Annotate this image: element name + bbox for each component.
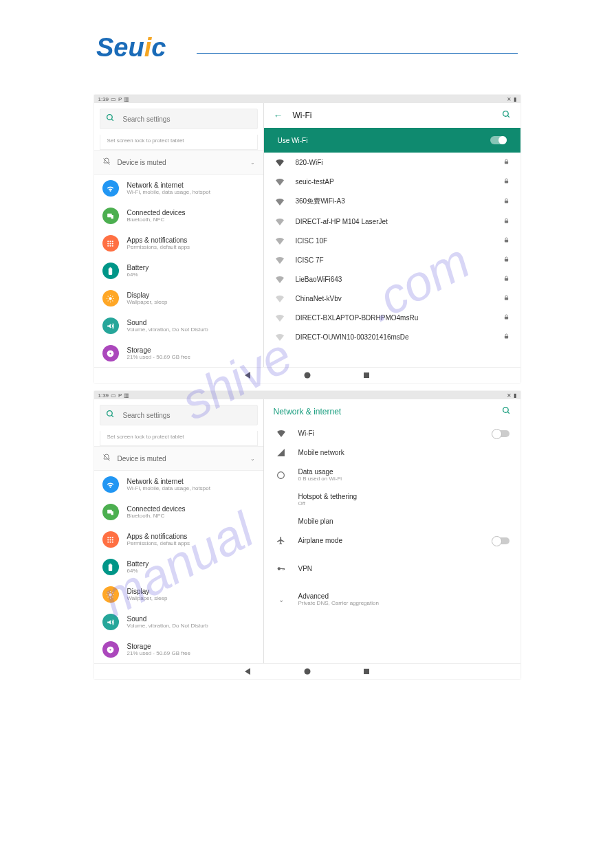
network-row-expand[interactable]: ⌄AdvancedPrivate DNS, Carrier aggregatio… bbox=[264, 587, 520, 612]
settings-list: Network & internetWi-Fi, mobile, data us… bbox=[94, 175, 263, 367]
search-input[interactable] bbox=[122, 411, 252, 420]
search-icon bbox=[106, 410, 115, 421]
lock-icon bbox=[503, 158, 509, 166]
wifi-network-row[interactable]: LieBaoWiFi643 bbox=[264, 269, 520, 289]
setting-item-battery[interactable]: Battery64% bbox=[94, 257, 263, 285]
search-box[interactable] bbox=[100, 405, 258, 425]
security-hint[interactable]: Set screen lock to protect tablet bbox=[100, 431, 258, 446]
muted-banner[interactable]: Device is muted ⌄ bbox=[94, 150, 263, 175]
svg-point-18 bbox=[503, 111, 508, 117]
setting-item-storage[interactable]: Storage21% used - 50.69 GB free bbox=[94, 340, 263, 367]
setting-item-devices[interactable]: Connected devicesBluetooth, NFC bbox=[94, 202, 263, 230]
security-hint[interactable]: Set screen lock to protect tablet bbox=[100, 135, 258, 150]
setting-subtitle: 21% used - 50.69 GB free bbox=[127, 354, 191, 360]
net-item-title: Data usage bbox=[298, 468, 509, 476]
setting-item-storage[interactable]: Storage21% used - 50.69 GB free bbox=[94, 636, 263, 663]
svg-rect-60 bbox=[364, 669, 369, 674]
recent-button[interactable] bbox=[363, 668, 370, 675]
home-button[interactable] bbox=[304, 668, 311, 675]
search-icon[interactable] bbox=[502, 110, 511, 121]
wifi-network-row[interactable]: DIRECT-BXLAPTOP-BDRHPMO4msRu bbox=[264, 308, 520, 327]
setting-item-sound[interactable]: SoundVolume, vibration, Do Not Disturb bbox=[94, 608, 263, 636]
wifi-network-row[interactable]: ChinaNet-kVbv bbox=[264, 289, 520, 308]
battery-icon: ▮ bbox=[514, 96, 516, 102]
setting-item-display[interactable]: DisplayWallpaper, sleep bbox=[94, 581, 263, 608]
wifi-network-row[interactable]: ICISC 10F bbox=[264, 231, 520, 250]
setting-item-devices[interactable]: Connected devicesBluetooth, NFC bbox=[94, 498, 263, 526]
setting-title: Battery bbox=[127, 560, 149, 568]
display-icon bbox=[102, 290, 119, 307]
svg-point-9 bbox=[112, 243, 113, 244]
wifi-network-row[interactable]: 360免费WiFi-A3 bbox=[264, 191, 520, 212]
svg-rect-3 bbox=[111, 214, 113, 218]
search-icon[interactable] bbox=[502, 406, 511, 417]
svg-point-8 bbox=[109, 243, 111, 244]
wifi-ssid: DIRECT-OUWIN10-003201416msDe bbox=[296, 333, 492, 341]
muted-banner[interactable]: Device is muted ⌄ bbox=[94, 446, 263, 471]
network-row-vpn[interactable]: VPN bbox=[264, 559, 520, 579]
setting-title: Connected devices bbox=[127, 209, 186, 216]
network-row-cell[interactable]: Mobile network bbox=[264, 443, 520, 463]
network-row-wifi[interactable]: Wi-Fi bbox=[264, 424, 520, 443]
setting-title: Sound bbox=[127, 319, 208, 326]
search-input[interactable] bbox=[122, 115, 252, 124]
use-wifi-label: Use Wi-Fi bbox=[278, 137, 308, 144]
wifi-network-row[interactable]: ICISC 7F bbox=[264, 250, 520, 269]
wifi-ssid: ICISC 7F bbox=[296, 256, 492, 264]
wifi-toggle[interactable] bbox=[490, 136, 507, 144]
lock-icon bbox=[503, 294, 509, 302]
network-row-data[interactable]: Data usage0 B used on Wi-Fi bbox=[264, 463, 520, 487]
setting-item-apps[interactable]: Apps & notificationsPermissions, default… bbox=[94, 526, 263, 553]
home-button[interactable] bbox=[304, 372, 311, 379]
status-icon: ✕ bbox=[507, 96, 512, 102]
svg-point-39 bbox=[112, 537, 113, 538]
network-row-airplane[interactable]: Airplane mode bbox=[264, 531, 520, 550]
svg-point-53 bbox=[278, 471, 285, 478]
wifi-ssid: DIRECT-af-HP M104 LaserJet bbox=[296, 218, 492, 225]
setting-item-sound[interactable]: SoundVolume, vibration, Do Not Disturb bbox=[94, 312, 263, 340]
use-wifi-row[interactable]: Use Wi-Fi bbox=[264, 128, 520, 153]
wifi-network-row[interactable]: DIRECT-af-HP M104 LaserJet bbox=[264, 212, 520, 231]
setting-subtitle: Wi-Fi, mobile, data usage, hotspot bbox=[127, 189, 210, 195]
svg-rect-32 bbox=[364, 372, 369, 378]
svg-rect-29 bbox=[504, 336, 507, 339]
wifi-ssid: ChinaNet-kVbv bbox=[296, 295, 492, 302]
back-button[interactable] bbox=[245, 668, 252, 675]
setting-item-apps[interactable]: Apps & notificationsPermissions, default… bbox=[94, 230, 263, 257]
back-icon[interactable]: ← bbox=[274, 110, 283, 121]
wifi-network-row[interactable]: seuic-testAP bbox=[264, 172, 520, 191]
setting-subtitle: Bluetooth, NFC bbox=[127, 216, 186, 223]
brand-logo: Seuic bbox=[96, 34, 166, 60]
wifi-network-list: 820-WiFiseuic-testAP360免费WiFi-A3DIRECT-a… bbox=[264, 153, 520, 346]
network-row-hotspot[interactable]: Hotspot & tetheringOff bbox=[264, 487, 520, 512]
setting-item-display[interactable]: DisplayWallpaper, sleep bbox=[94, 285, 263, 312]
wifi-network-row[interactable]: 820-WiFi bbox=[264, 153, 520, 172]
wifi-ssid: LieBaoWiFi643 bbox=[296, 276, 492, 283]
svg-rect-22 bbox=[504, 201, 507, 203]
svg-marker-30 bbox=[245, 372, 250, 379]
recent-button[interactable] bbox=[363, 372, 370, 379]
network-row-none[interactable]: Mobile plan bbox=[264, 512, 520, 531]
wifi-signal-icon bbox=[275, 178, 285, 186]
chevron-down-icon: ⌄ bbox=[250, 456, 255, 462]
setting-item-wifi[interactable]: Network & internetWi-Fi, mobile, data us… bbox=[94, 175, 263, 202]
toggle-switch[interactable] bbox=[493, 430, 509, 437]
svg-point-15 bbox=[109, 297, 111, 300]
search-box[interactable] bbox=[100, 109, 258, 129]
svg-point-6 bbox=[112, 241, 113, 242]
back-button[interactable] bbox=[245, 372, 252, 379]
wifi-signal-icon bbox=[275, 314, 285, 322]
setting-item-battery[interactable]: Battery64% bbox=[94, 553, 263, 581]
wifi-network-row[interactable]: DIRECT-OUWIN10-003201416msDe bbox=[264, 327, 520, 346]
settings-sidebar: Set screen lock to protect tablet Device… bbox=[94, 399, 264, 663]
setting-subtitle: Volume, vibration, Do Not Disturb bbox=[127, 326, 208, 333]
wifi-signal-icon bbox=[275, 295, 285, 302]
network-title: Network & internet bbox=[274, 407, 342, 416]
setting-item-wifi[interactable]: Network & internetWi-Fi, mobile, data us… bbox=[94, 471, 263, 498]
setting-subtitle: 64% bbox=[127, 271, 149, 278]
svg-point-17 bbox=[109, 353, 111, 354]
svg-point-37 bbox=[107, 537, 109, 538]
toggle-switch[interactable] bbox=[493, 537, 509, 544]
wifi-signal-icon bbox=[275, 276, 285, 283]
svg-point-48 bbox=[109, 593, 111, 596]
